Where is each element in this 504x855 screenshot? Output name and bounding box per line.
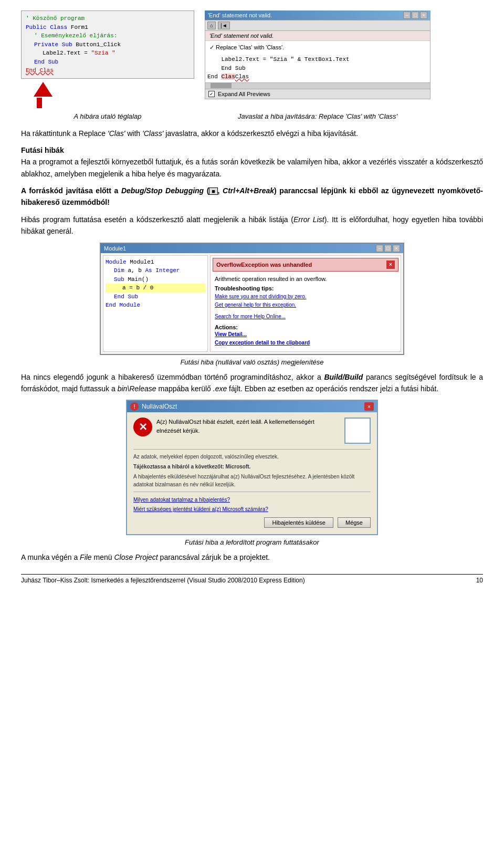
back-nav-button[interactable]: |◄ — [218, 22, 230, 29]
error-bottom-bar: ✓ Expand All Previews — [205, 89, 430, 99]
paragraph-replace: Ha rákattintunk a Replace 'Clas' with 'C… — [21, 128, 483, 139]
code-line-2: Public Class Form1 — [26, 23, 190, 32]
actions-section: Actions: View Detail... Copy exception d… — [215, 324, 396, 347]
minimize-button[interactable]: – — [403, 12, 411, 19]
code-line-3: ' Eseménykezelő eljárás: — [26, 32, 190, 40]
vs-titlebar: Module1 – □ × — [101, 244, 403, 253]
arrow-up-icon — [34, 82, 52, 97]
vs-screenshot-wrapper: Module1 – □ × Module Module1 Dim a, b As… — [21, 243, 483, 355]
troubleshoot-tip-2[interactable]: Get general help for this exception. — [215, 301, 396, 309]
code-line-7: End Clas — [26, 66, 190, 75]
nullval-body: ✕ A(z) NullávalOszt hibát észlelt, ezért… — [127, 412, 377, 534]
vs-window: Module1 – □ × Module Module1 Dim a, b As… — [100, 243, 404, 355]
nullval-secondary-text2: A hibajelentés elküldésével hozzájárulha… — [133, 473, 371, 488]
exception-message: Arithmetic operation resulted in an over… — [215, 276, 396, 282]
code-line-5: Label2.Text = "Szia " — [26, 49, 190, 58]
home-nav-button[interactable]: ⌂ — [207, 22, 216, 29]
debug-bold: A forráskód javítása előtt a Debug/Stop … — [21, 186, 209, 195]
caption-vs: Futási hiba (nullával való osztás) megje… — [21, 358, 483, 366]
vs-content: Module Module1 Dim a, b As Integer Sub M… — [101, 253, 403, 354]
module-line-6: End Module — [106, 301, 205, 310]
paragraph-build: Ha nincs elegendő jogunk a hibakereső üz… — [21, 371, 483, 395]
nullval-title-text: NullávalOszt — [142, 403, 177, 410]
cancel-button[interactable]: Mégse — [338, 517, 371, 528]
replace-text: ✓ Replace 'Clas' with 'Class'. — [209, 44, 284, 50]
module-line-5: End Sub — [106, 293, 205, 301]
footer-page-number: 10 — [476, 577, 483, 584]
troubleshoot-title: Troubleshooting tips: — [215, 285, 396, 291]
nullval-link-2[interactable]: Miért szükséges jelentést küldeni a(z) M… — [133, 505, 371, 514]
copy-exception-link[interactable]: Copy exception detail to the clipboard — [215, 339, 396, 347]
vs-title: Module1 — [104, 245, 126, 252]
left-screenshot-container: ' Köszönő program Public Class Form1 ' E… — [21, 11, 194, 108]
horizontal-scrollbar[interactable] — [205, 82, 430, 89]
right-error-content: ⌂ |◄ 'End' statement not valid. ✓ Replac… — [205, 20, 430, 99]
error-code-line-1: Label2.Text = "Szia " & TextBox1.Text — [207, 55, 428, 64]
vs-close[interactable]: × — [393, 245, 400, 252]
nullval-window: ! NullávalOszt × ✕ A(z) NullávalOszt hib… — [126, 400, 378, 535]
restore-button[interactable]: □ — [412, 12, 419, 19]
error-replace-area: ✓ Replace 'Clas' with 'Class'. — [205, 41, 430, 54]
nullval-title-area: ! NullávalOszt — [130, 402, 177, 411]
futasi-intro: Futási hibák Ha a programot a fejlesztői… — [21, 144, 483, 180]
nullval-main-text: A(z) NullávalOszt hibát észlelt, ezért l… — [156, 418, 340, 435]
module-line-3: Sub Main() — [106, 275, 205, 284]
right-error-title: 'End' statement not valid. — [208, 12, 272, 18]
code-line-6: End Sub — [26, 58, 190, 67]
futasi-title: Futási hibák — [21, 146, 64, 154]
nullval-bold-text-content: Tájékoztassa a hibáról a következőt: Mic… — [133, 464, 250, 470]
stop-debug-icon: ■ — [209, 187, 217, 195]
futasi-debug-text: A forráskód javítása előtt a Debug/Stop … — [21, 185, 483, 208]
error-code-line-3: End ClasClas — [207, 72, 428, 81]
futasi-hibak-section: Futási hibák Ha a programot a fejlesztői… — [21, 144, 483, 237]
paragraph-close-project: A munka végén a File menü Close Project … — [21, 551, 483, 563]
footer-left-text: Juhász Tibor–Kiss Zsolt: Ismerkedés a fe… — [21, 577, 305, 584]
arrow-shaft — [37, 98, 42, 108]
vs-minimize[interactable]: – — [376, 245, 383, 252]
caption-right-text: Javaslat a hiba javítására: Replace 'Cla… — [238, 112, 397, 120]
nullval-screenshot-wrapper: ! NullávalOszt × ✕ A(z) NullávalOszt hib… — [21, 400, 483, 535]
hibas-program-text: Hibás program futtatása esetén a kódszer… — [21, 214, 483, 237]
nullval-error-icon: ✕ — [133, 418, 152, 436]
nullval-rect-placeholder — [344, 418, 371, 444]
caption-right: Javaslat a hiba javítására: Replace 'Cla… — [205, 112, 430, 120]
error-toolbar: ⌂ |◄ — [205, 20, 430, 31]
right-error-titlebar: 'End' statement not valid. – □ × — [205, 11, 430, 20]
expand-checkbox[interactable]: ✓ — [208, 91, 215, 97]
expand-label: Expand All Previews — [218, 91, 270, 97]
search-online-link[interactable]: Search for more Help Online... — [215, 312, 396, 321]
send-report-button[interactable]: Hibajelentés küldése — [264, 517, 333, 528]
error-code-display: Label2.Text = "Szia " & TextBox1.Text En… — [205, 54, 430, 82]
right-titlebar-buttons: – □ × — [403, 12, 427, 19]
nullval-divider-1 — [133, 449, 371, 450]
code-line-1: ' Köszönő program — [26, 14, 190, 23]
close-button[interactable]: × — [420, 12, 427, 19]
troubleshoot-tip-1[interactable]: Make sure you are not dividing by zero. — [215, 293, 396, 301]
view-detail-link[interactable]: View Detail... — [215, 330, 396, 339]
vs-code-panel: Module Module1 Dim a, b As Integer Sub M… — [103, 255, 208, 352]
nullval-buttons: Hibajelentés küldése Mégse — [133, 514, 371, 529]
exception-title-text: OverflowException was unhandled — [216, 262, 312, 268]
nullval-secondary-text1: Az adatok, melyekkel éppen dolgozott, va… — [133, 453, 371, 461]
search-help: Search for more Help Online... — [215, 312, 396, 321]
module-line-1: Module Module1 — [106, 258, 205, 267]
vs-exception-panel: OverflowException was unhandled × Arithm… — [210, 255, 401, 352]
caption-left: A hibára utaló téglalap — [21, 112, 194, 120]
exception-body: Arithmetic operation resulted in an over… — [213, 274, 398, 349]
left-code-screenshot: ' Köszönő program Public Class Form1 ' E… — [21, 11, 194, 79]
vs-window-buttons: – □ × — [376, 245, 400, 252]
caption-nullval: Futási hiba a lefordított program futtat… — [21, 538, 483, 546]
caption-vs-text: Futási hiba (nullával való osztás) megje… — [180, 358, 323, 366]
page-content: ' Köszönő program Public Class Form1 ' E… — [21, 11, 483, 584]
top-screenshots: ' Köszönő program Public Class Form1 ' E… — [21, 11, 483, 108]
nullval-close-button[interactable]: × — [364, 402, 374, 411]
nullval-link-1[interactable]: Milyen adatokat tartalmaz a hibajelentés… — [133, 495, 371, 505]
module-line-2: Dim a, b As Integer — [106, 266, 205, 275]
exception-title-bar: OverflowException was unhandled × — [213, 258, 398, 272]
with-word: with — [127, 129, 140, 138]
nullval-titlebar: ! NullávalOszt × — [127, 401, 377, 412]
exception-close-button[interactable]: × — [386, 260, 395, 269]
nullval-main-text-content: A(z) NullávalOszt hibát észlelt, ezért l… — [156, 419, 314, 434]
vs-restore[interactable]: □ — [384, 245, 392, 252]
nullval-icon-row: ✕ A(z) NullávalOszt hibát észlelt, ezért… — [133, 418, 371, 444]
